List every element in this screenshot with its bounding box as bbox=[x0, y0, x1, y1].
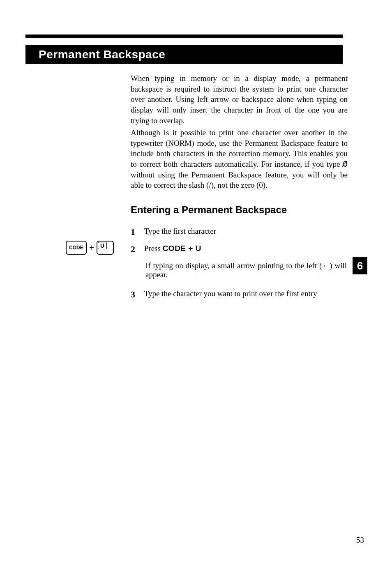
page-number: 53 bbox=[356, 536, 364, 545]
top-rule bbox=[25, 35, 343, 38]
step-2: 2 Press CODE + U bbox=[131, 244, 348, 255]
code-key-icon: CODE bbox=[66, 241, 87, 255]
step-2-keycombo: CODE + U bbox=[163, 244, 201, 253]
step-2-prefix: Press bbox=[144, 244, 163, 253]
intro-paragraph-2: Although is it possible to print one cha… bbox=[131, 127, 348, 191]
plus-icon: + bbox=[89, 242, 94, 253]
subsection-heading: Entering a Permanent Backspace bbox=[131, 204, 287, 216]
step-2-number: 2 bbox=[131, 244, 142, 255]
step-1-number: 1 bbox=[131, 227, 142, 237]
step-2-text: Press CODE + U bbox=[144, 244, 346, 253]
step-1-text: Type the first character bbox=[144, 227, 346, 236]
p2-text-b: without using the Permanent Backspace fe… bbox=[131, 170, 348, 190]
u-key-icon: U bbox=[97, 241, 114, 255]
step-1: 1 Type the first character bbox=[131, 227, 348, 237]
p2-text-a: Although is it possible to print one cha… bbox=[131, 128, 348, 168]
step-2-detail: If typing on display, a small arrow poin… bbox=[145, 261, 347, 279]
overstruck-zero: 0̸ bbox=[343, 160, 348, 168]
step-3-text: Type the character you want to print ove… bbox=[144, 289, 346, 298]
step-3-number: 3 bbox=[131, 289, 142, 300]
key-combo-figure: CODE + U bbox=[66, 241, 114, 255]
step-3: 3 Type the character you want to print o… bbox=[131, 289, 348, 300]
intro-paragraph-1: When typing in memory or in a display mo… bbox=[131, 73, 348, 126]
section-heading: Permanent Backspace bbox=[25, 45, 343, 64]
u-key-label: U bbox=[98, 242, 107, 249]
chapter-tab-badge: 6 bbox=[353, 257, 367, 274]
